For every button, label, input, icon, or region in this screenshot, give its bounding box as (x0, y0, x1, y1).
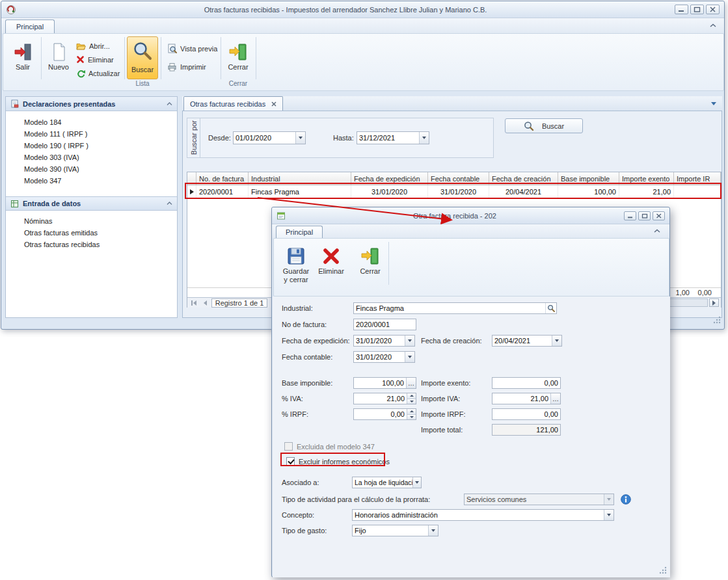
pct-iva-editor[interactable] (353, 393, 416, 404)
resize-grip-icon[interactable] (658, 566, 667, 574)
dropdown-arrow-icon[interactable] (604, 494, 613, 505)
ribbon-collapse-icon[interactable] (654, 229, 660, 233)
importe-exento-input[interactable] (492, 377, 561, 389)
dropdown-arrow-icon[interactable] (412, 477, 421, 488)
info-icon[interactable] (621, 494, 631, 505)
salir-button[interactable]: Salir (7, 38, 38, 79)
tab-principal[interactable]: Principal (5, 20, 55, 33)
ribbon-collapse-icon[interactable] (710, 23, 716, 28)
column-header[interactable]: Fecha de creación (489, 172, 558, 185)
dropdown-arrow-icon[interactable] (428, 525, 438, 536)
column-header[interactable]: Importe exento (619, 172, 674, 185)
excluida-347-checkbox[interactable] (284, 442, 293, 451)
minimize-icon[interactable] (624, 211, 636, 220)
importe-exento-label: Importe exento: (421, 377, 470, 389)
sidebar-item-modelo-111[interactable]: Modelo 111 ( IRPF ) (6, 128, 177, 140)
ellipsis-button[interactable]: … (406, 378, 416, 388)
guardar-cerrar-button[interactable]: Guardar y cerrar (280, 242, 312, 294)
app-icon (6, 5, 16, 15)
dialog-cerrar-button[interactable]: Cerrar (356, 242, 384, 294)
spin-up-icon[interactable] (407, 393, 416, 399)
sidebar-item-modelo-303[interactable]: Modelo 303 (IVA) (6, 152, 177, 163)
column-header[interactable]: No. de factura (196, 172, 249, 185)
dialog-eliminar-button[interactable]: Eliminar (317, 242, 345, 294)
importe-total-input[interactable] (492, 424, 561, 436)
document-tab-otras-facturas[interactable]: Otras facturas recibidas (183, 96, 283, 111)
search-icon (524, 121, 534, 131)
dialog-tab-principal[interactable]: Principal (276, 226, 323, 238)
column-header[interactable]: Fecha contable (428, 172, 489, 185)
dropdown-arrow-icon[interactable] (552, 336, 561, 346)
resize-grip-icon[interactable] (712, 315, 721, 324)
dropdown-arrow-icon[interactable] (405, 352, 414, 362)
vista-previa-button[interactable]: Vista previa (165, 42, 220, 55)
sidebar-item-modelo-190[interactable]: Modelo 190 ( IRPF ) (6, 140, 177, 152)
grid-row-selected[interactable]: 2020/0001 Fincas Pragma 31/01/2020 31/01… (187, 185, 721, 198)
column-header[interactable]: Importe IR (674, 172, 721, 185)
actualizar-button[interactable]: Actualizar (74, 67, 122, 79)
tab-list-dropdown-icon[interactable] (711, 102, 716, 105)
importe-irpf-input[interactable] (492, 408, 561, 420)
industrial-lookup[interactable] (353, 302, 557, 314)
column-header[interactable]: Industrial (249, 172, 351, 185)
importe-iva-editor[interactable]: … (492, 393, 561, 404)
imprimir-button[interactable]: Imprimir (165, 60, 209, 73)
abrir-button[interactable]: Abrir... (74, 40, 113, 52)
fecha-contable-datepicker[interactable]: 31/01/2020 (353, 351, 415, 363)
cerrar-button[interactable]: Cerrar (223, 38, 253, 79)
prev-record-icon[interactable] (200, 298, 209, 307)
buscar-button[interactable]: Buscar (127, 36, 158, 79)
spin-up-icon[interactable] (407, 409, 416, 414)
pct-irpf-editor[interactable] (353, 408, 416, 420)
dialog-form: Industrial: No de factura: Fecha de expe… (273, 297, 670, 577)
dropdown-arrow-icon[interactable] (419, 132, 429, 144)
column-header[interactable]: Base imponible (558, 172, 619, 185)
minimize-icon[interactable] (675, 5, 688, 14)
hasta-datepicker[interactable]: 31/12/2021 (357, 131, 429, 144)
dropdown-arrow-icon[interactable] (295, 132, 305, 144)
base-imponible-input[interactable] (354, 378, 406, 388)
importe-iva-input[interactable] (492, 393, 550, 404)
excluir-informes-checkbox[interactable] (286, 457, 295, 466)
maximize-icon[interactable] (638, 211, 651, 220)
lookup-search-icon[interactable] (545, 303, 556, 313)
cell-industrial: Fincas Pragma (249, 185, 351, 198)
ellipsis-button[interactable]: … (550, 393, 560, 404)
footer-value: 0,00 (694, 288, 712, 297)
fecha-creacion-datepicker[interactable]: 20/04/2021 (492, 335, 562, 347)
sidebar-item-modelo-390[interactable]: Modelo 390 (IVA) (6, 163, 177, 175)
desde-datepicker[interactable]: 01/01/2020 (233, 131, 306, 144)
asociado-combobox[interactable]: La hoja de liquidación (352, 477, 422, 488)
sidebar-item-nominas[interactable]: Nóminas (6, 215, 177, 227)
sidebar-item-modelo-184[interactable]: Modelo 184 (6, 116, 177, 128)
concepto-combobox[interactable]: Honorarios administración (352, 509, 614, 521)
maximize-icon[interactable] (690, 5, 704, 14)
fecha-expedicion-datepicker[interactable]: 31/01/2020 (353, 335, 415, 347)
tipo-actividad-combobox[interactable]: Servicios comunes (464, 494, 614, 505)
close-icon[interactable] (653, 211, 665, 220)
sidebar-section-declaraciones[interactable]: Declaraciones presentadas (6, 97, 177, 111)
sidebar-item-otras-facturas-recibidas[interactable]: Otras facturas recibidas (6, 239, 177, 250)
pct-irpf-input[interactable] (354, 409, 407, 419)
no-factura-input[interactable] (353, 319, 416, 330)
tipo-gasto-combobox[interactable]: Fijo (352, 525, 438, 536)
pct-iva-input[interactable] (354, 393, 407, 404)
sidebar-item-otras-facturas-emitidas[interactable]: Otras facturas emitidas (6, 227, 177, 239)
industrial-input[interactable] (354, 303, 545, 313)
scroll-right-icon[interactable] (709, 298, 719, 307)
sidebar-item-modelo-347[interactable]: Modelo 347 (6, 175, 177, 187)
buscar-search-button[interactable]: Buscar (505, 118, 583, 133)
nuevo-button[interactable]: Nuevo (44, 38, 74, 79)
dropdown-arrow-icon[interactable] (405, 336, 414, 346)
first-record-icon[interactable] (189, 298, 198, 307)
base-imponible-editor[interactable]: … (353, 377, 416, 389)
close-icon[interactable] (706, 5, 720, 14)
column-header[interactable]: Fecha de expedición (351, 172, 428, 185)
sidebar-section-entrada[interactable]: Entrada de datos (6, 196, 177, 211)
dropdown-arrow-icon[interactable] (604, 510, 613, 520)
spin-down-icon[interactable] (407, 414, 416, 420)
open-folder-icon (76, 42, 86, 50)
tab-close-icon[interactable] (271, 101, 276, 107)
eliminar-button[interactable]: Eliminar (74, 53, 116, 66)
spin-down-icon[interactable] (407, 399, 416, 404)
